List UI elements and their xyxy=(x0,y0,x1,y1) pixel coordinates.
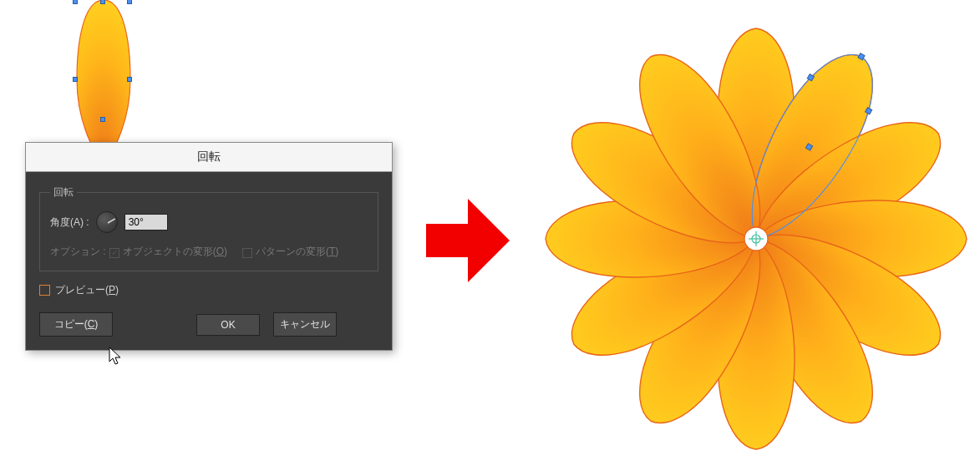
cancel-button[interactable]: キャンセル xyxy=(273,312,337,337)
dialog-body: 回転 角度(A) : オプション : ✓ オブジェクトの変形(O) パターンの変… xyxy=(26,172,392,350)
preview-label: プレビュー(P) xyxy=(55,283,119,297)
original-petal xyxy=(74,0,134,161)
selection-handle[interactable] xyxy=(73,0,78,4)
checkbox-object-transform: ✓ xyxy=(109,248,119,258)
angle-label: 角度(A) : xyxy=(50,215,89,230)
options-row: オプション : ✓ オブジェクトの変形(O) パターンの変形(T) xyxy=(50,245,368,259)
red-arrow-icon xyxy=(418,190,518,291)
angle-input[interactable] xyxy=(124,214,168,230)
selection-handle[interactable] xyxy=(127,77,132,82)
copy-button[interactable]: コピー(C) xyxy=(39,312,113,337)
buttons-row: コピー(C) OK キャンセル xyxy=(39,312,378,337)
dialog-title: 回転 xyxy=(26,143,392,172)
option-object-label: オブジェクトの変形(O) xyxy=(123,245,227,259)
selection-handle[interactable] xyxy=(100,0,105,4)
preview-row: プレビュー(P) xyxy=(39,283,378,297)
rotation-legend: 回転 xyxy=(50,185,77,200)
flower-result xyxy=(535,8,977,451)
rotation-fieldset: 回転 角度(A) : オプション : ✓ オブジェクトの変形(O) パターンの変… xyxy=(39,185,378,271)
checkbox-pattern-transform xyxy=(242,248,252,258)
ok-button[interactable]: OK xyxy=(196,314,260,336)
selection-handle[interactable] xyxy=(73,77,78,82)
option-pattern-label: パターンの変形(T) xyxy=(256,245,338,259)
angle-row: 角度(A) : xyxy=(50,211,368,233)
selection-handle[interactable] xyxy=(127,0,132,4)
angle-dial[interactable] xyxy=(96,211,118,233)
preview-checkbox[interactable] xyxy=(39,285,50,296)
rotate-dialog: 回転 回転 角度(A) : オプション : ✓ オブジェクトの変形(O) パター… xyxy=(25,142,393,351)
options-label: オプション : xyxy=(50,245,106,259)
selection-handle[interactable] xyxy=(100,117,105,122)
